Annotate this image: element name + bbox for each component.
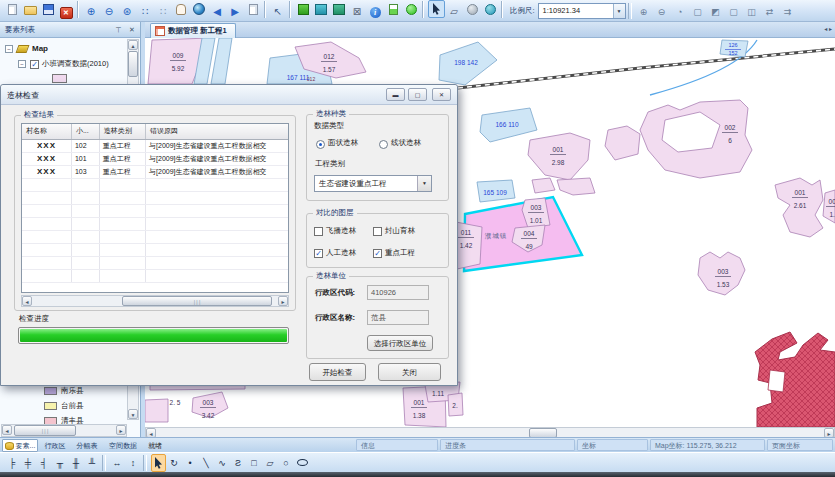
maximize-icon[interactable]: ▢ — [408, 88, 427, 101]
clear-selection-icon[interactable]: ⊠ — [349, 2, 366, 20]
parcel-blob-1[interactable] — [532, 178, 555, 193]
data-sync-icon[interactable] — [313, 0, 330, 18]
key-project-parcel[interactable] — [755, 332, 835, 427]
point-tool-icon[interactable]: • — [183, 454, 198, 472]
chevron-down-icon[interactable]: ▼ — [613, 4, 625, 18]
previous-extent-icon[interactable]: ◀ — [209, 2, 226, 20]
select-by-graphics-icon[interactable]: ↖ — [270, 2, 287, 20]
identify-info-icon[interactable]: i — [367, 3, 384, 21]
zoom-rectangle-icon[interactable]: ⊛ — [119, 2, 136, 20]
curve-tool-icon[interactable]: ∿ — [215, 454, 230, 472]
scroll-right-icon[interactable]: ► — [278, 296, 288, 306]
panel-tab-4[interactable]: 空间数据 — [104, 439, 142, 452]
collapse-icon[interactable]: − — [5, 45, 13, 53]
parcel-unlabeled[interactable] — [605, 126, 640, 160]
distribute-vertical-icon[interactable]: ↕ — [126, 454, 141, 472]
table-row[interactable]: XXX102重点工程与[2009]生态省建设重点工程数据相交 — [22, 139, 289, 152]
panel-tab-1[interactable]: 要素... — [2, 439, 38, 452]
admin-code-field[interactable]: 410926 — [367, 285, 429, 300]
rotate-tool-icon[interactable]: ↻ — [167, 454, 182, 472]
window-pan-icon[interactable]: ◔ — [671, 3, 688, 21]
world-view-icon[interactable] — [482, 0, 499, 18]
distribute-horizontal-icon[interactable]: ↔ — [110, 454, 125, 472]
close-panel-icon[interactable]: ✕ — [126, 24, 138, 36]
select-tool-icon[interactable] — [151, 454, 166, 472]
map-tips-icon[interactable] — [245, 0, 262, 18]
dialog-titlebar[interactable]: 造林检查 ▬ ▢ ✕ — [1, 85, 457, 105]
scroll-down-icon[interactable]: ▼ — [128, 409, 138, 419]
radio-line-afforestation[interactable]: 线状造林 — [379, 138, 421, 148]
fixed-zoom-in-icon[interactable]: ∷ — [137, 2, 154, 20]
pin-icon[interactable]: ⊢ — [112, 24, 124, 36]
tree-node-layer[interactable]: − ✓ 小班调查数据(2010) — [18, 59, 109, 69]
column-header[interactable]: 错误原因 — [146, 124, 289, 139]
close-icon[interactable]: ✕ — [432, 88, 451, 101]
legend-item[interactable]: 台前县 — [44, 401, 84, 411]
fixed-zoom-out-icon[interactable]: ∷ — [155, 2, 172, 20]
view-box-1-icon[interactable]: ▢ — [689, 3, 706, 21]
scroll-left-icon[interactable]: ◄ — [22, 296, 32, 306]
zoom-in-icon[interactable]: ⊕ — [83, 2, 100, 20]
ellipse-tool-icon[interactable] — [295, 454, 310, 472]
save-project-icon[interactable] — [40, 0, 57, 18]
open-project-icon[interactable] — [22, 1, 39, 19]
table-horizontal-scrollbar[interactable]: ◄ | | | ► — [21, 295, 289, 307]
report-page-icon[interactable] — [385, 0, 402, 18]
polyline-tool-icon[interactable]: Ƨ — [231, 454, 246, 472]
radio-selected-icon[interactable] — [316, 140, 325, 149]
polygon-tool-icon[interactable]: ▱ — [263, 454, 278, 472]
status-lamp-icon[interactable] — [403, 0, 420, 18]
align-left-icon[interactable]: ╞ — [5, 454, 20, 472]
checkbox-checked-icon[interactable]: ✓ — [314, 249, 323, 258]
scale-combobox[interactable]: 1:10921.34 ▼ — [538, 3, 626, 19]
align-bottom-icon[interactable]: ╨ — [85, 454, 100, 472]
check-results-table[interactable]: 村名称小...造林类别错误原因XXX102重点工程与[2009]生态省建设重点工… — [21, 123, 289, 293]
view-box-2-icon[interactable]: ◩ — [707, 3, 724, 21]
view-box-3-icon[interactable]: ▢ — [725, 3, 742, 21]
rectangle-tool-icon[interactable]: □ — [247, 454, 262, 472]
swap-view-icon[interactable]: ⇄ — [761, 3, 778, 21]
select-arrow-icon[interactable] — [428, 0, 445, 18]
minimize-icon[interactable]: ▬ — [386, 88, 405, 101]
full-extent-icon[interactable] — [191, 0, 208, 18]
close-button[interactable]: 关闭 — [378, 363, 441, 381]
start-check-button[interactable]: 开始检查 — [309, 363, 366, 381]
checkbox-key-project[interactable]: ✓ 重点工程 — [373, 248, 415, 258]
column-header[interactable]: 村名称 — [22, 124, 71, 139]
window-zoom-in-icon[interactable]: ⊕ — [635, 3, 652, 21]
align-right-icon[interactable]: ╡ — [37, 454, 52, 472]
align-middle-icon[interactable]: ╫ — [69, 454, 84, 472]
table-row[interactable]: XXX101重点工程与[2009]生态省建设重点工程数据相交 — [22, 152, 289, 165]
legend-item[interactable]: 南乐县 — [44, 386, 84, 396]
parcel-small-rect[interactable] — [145, 399, 168, 422]
panel-tab-2[interactable]: 行政区 — [40, 439, 70, 452]
chevron-down-icon[interactable]: ▼ — [417, 176, 431, 191]
radio-area-afforestation[interactable]: 面状造林 — [316, 138, 358, 148]
zoom-out-icon[interactable]: ⊖ — [101, 2, 118, 20]
new-document-icon[interactable] — [4, 0, 21, 18]
scroll-right-icon[interactable]: ► — [116, 425, 126, 435]
layer-visibility-checkbox[interactable]: ✓ — [30, 60, 39, 69]
checkbox-closed-hills[interactable]: 封山育林 — [373, 226, 415, 236]
tree-node-map[interactable]: − Map — [5, 44, 48, 53]
table-row[interactable]: XXX103重点工程与[2009]生态省建设重点工程数据相交 — [22, 165, 289, 178]
checkbox-icon[interactable] — [314, 227, 323, 236]
checkbox-manual-afforestation[interactable]: ✓ 人工造林 — [314, 248, 356, 258]
column-header[interactable]: 小... — [71, 124, 99, 139]
checkbox-fly-seeding[interactable]: 飞播造林 — [314, 226, 356, 236]
radio-icon[interactable] — [379, 140, 388, 149]
parcel-001-298[interactable] — [528, 133, 590, 180]
project-type-combobox[interactable]: 生态省建设重点工程 ▼ — [314, 175, 432, 192]
one-to-one-icon[interactable]: ◫ — [743, 3, 760, 21]
tool-disabled-icon[interactable] — [464, 0, 481, 18]
select-admin-unit-button[interactable]: 选择行政区单位 — [367, 335, 433, 351]
line-tool-icon[interactable]: ╲ — [199, 454, 214, 472]
tab-data-management[interactable]: 数据管理 新工程1 — [150, 23, 236, 38]
close-project-icon[interactable]: ✕ — [58, 4, 75, 22]
admin-name-field[interactable]: 范县 — [367, 310, 429, 325]
circle-tool-icon[interactable]: ○ — [279, 454, 294, 472]
data-layer-icon[interactable] — [295, 0, 312, 18]
select-polygon-icon[interactable]: ▱ — [446, 2, 463, 20]
parcel-blob-2[interactable] — [557, 178, 595, 195]
align-top-icon[interactable]: ╥ — [53, 454, 68, 472]
